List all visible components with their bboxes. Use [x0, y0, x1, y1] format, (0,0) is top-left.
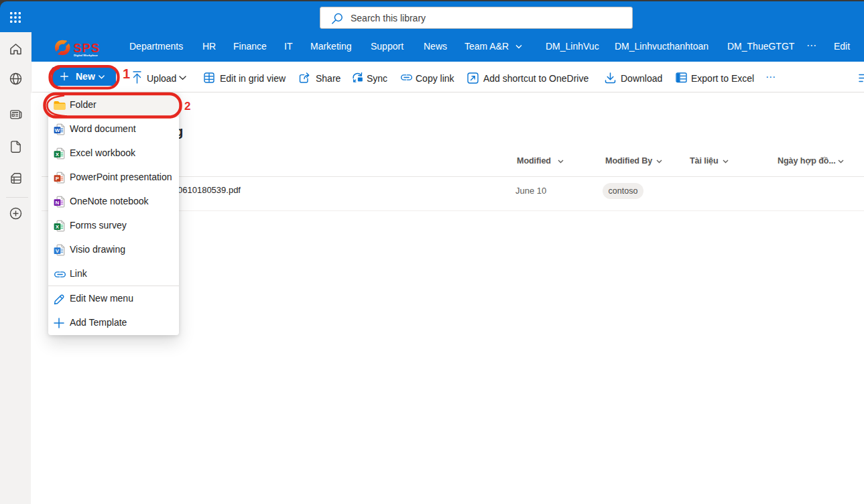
svg-text:X: X: [56, 224, 60, 230]
svg-text:N: N: [56, 200, 60, 206]
svg-text:W: W: [55, 127, 60, 133]
svg-text:Digital Workplace: Digital Workplace: [74, 54, 99, 57]
svg-text:P: P: [56, 176, 60, 182]
svg-text:X: X: [56, 151, 60, 158]
svg-text:V: V: [56, 248, 60, 254]
svg-text:SPS: SPS: [74, 42, 101, 55]
